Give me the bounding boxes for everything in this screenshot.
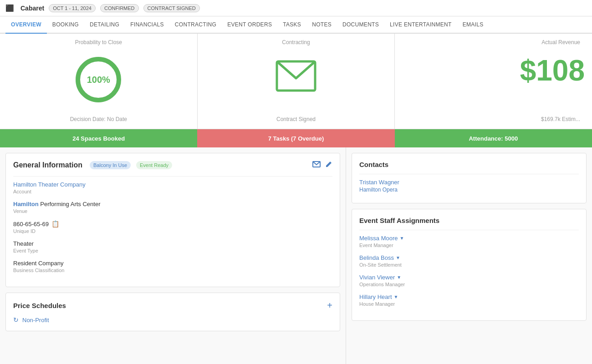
- staff-card: Event Staff Assignments Melissa Moore ▼ …: [352, 209, 587, 321]
- biz-class-row: Resident Company Business Classification: [13, 260, 332, 273]
- contact-org-0[interactable]: Hamilton Opera: [359, 187, 579, 193]
- revenue-label: Actual Revenue: [541, 39, 580, 46]
- staff-item-3: Hillary Heart ▼ House Manager: [359, 293, 579, 307]
- venue-name-rest: Performing Arts Center: [40, 201, 100, 207]
- staff-role-0: Event Manager: [359, 243, 579, 248]
- contacts-title: Contacts: [359, 161, 579, 168]
- staff-name-0[interactable]: Melissa Moore: [359, 235, 398, 242]
- main-content: General Information Balcony In Use Event…: [0, 147, 592, 364]
- revenue-value: $108: [520, 54, 585, 87]
- tab-tasks[interactable]: TASKS: [277, 16, 306, 34]
- add-price-schedule-button[interactable]: +: [327, 300, 332, 311]
- revenue-card: Actual Revenue $108 $169.7k Estim...: [395, 34, 592, 129]
- tab-live-entertainment[interactable]: LIVE ENTERTAINMENT: [384, 16, 457, 34]
- venue-row: Hamilton Performing Arts Center Venue: [13, 201, 332, 214]
- staff-dropdown-1[interactable]: ▼: [396, 255, 400, 260]
- general-info-card: General Information Balcony In Use Event…: [5, 153, 340, 287]
- unique-id-value: 860-65-65-69: [13, 221, 49, 228]
- staff-item-0: Melissa Moore ▼ Event Manager: [359, 235, 579, 248]
- tag-balcony: Balcony In Use: [90, 161, 131, 169]
- tasks-bar[interactable]: 7 Tasks (7 Overdue): [197, 129, 394, 147]
- spaces-bar[interactable]: 24 Spaces Booked: [0, 129, 197, 147]
- staff-dropdown-0[interactable]: ▼: [400, 236, 404, 241]
- tab-detailing[interactable]: DETAILING: [84, 16, 125, 34]
- staff-title: Event Staff Assignments: [359, 217, 579, 224]
- staff-dropdown-2[interactable]: ▼: [397, 275, 401, 280]
- venue-name-highlight: Hamilton: [13, 201, 39, 207]
- biz-class-label: Business Classification: [13, 268, 332, 273]
- probability-donut: 100%: [73, 55, 123, 105]
- tab-overview[interactable]: OVERVIEW: [5, 16, 47, 34]
- staff-item-2: Vivian Viewer ▼ Operations Manager: [359, 274, 579, 287]
- contracting-label: Contracting: [282, 39, 310, 46]
- event-type-value: Theater: [13, 240, 332, 247]
- staff-name-1[interactable]: Belinda Boss: [359, 254, 394, 261]
- general-info-title: General Information: [13, 161, 82, 169]
- unique-id-row: 860-65-65-69 📋 Unique ID: [13, 220, 332, 234]
- schedule-item: ↻ Non-Profit: [13, 316, 332, 324]
- nav-tabs: OVERVIEW BOOKING DETAILING FINANCIALS CO…: [0, 16, 592, 34]
- account-link[interactable]: Hamilton Theater Company: [13, 181, 86, 188]
- tag-event-ready: Event Ready: [136, 161, 172, 169]
- probability-card: Probability to Close 100% Decision Date:…: [0, 34, 198, 129]
- confirmed-badge: CONFIRMED: [100, 4, 139, 12]
- attendance-bar[interactable]: Attendance: 5000: [395, 129, 592, 147]
- calendar-icon: 📋: [51, 220, 59, 228]
- tab-financials[interactable]: FINANCIALS: [125, 16, 169, 34]
- staff-dropdown-3[interactable]: ▼: [394, 294, 398, 299]
- refresh-icon: ↻: [13, 316, 19, 324]
- email-action-button[interactable]: [312, 161, 321, 169]
- account-row: Hamilton Theater Company Account: [13, 181, 332, 194]
- tab-documents[interactable]: DOCUMENTS: [337, 16, 384, 34]
- app-logo: ⬛: [5, 4, 14, 12]
- contract-status: Contract Signed: [276, 116, 316, 122]
- contract-signed-badge: CONTRACT SIGNED: [143, 4, 200, 12]
- edit-action-button[interactable]: [325, 161, 332, 170]
- tab-booking[interactable]: BOOKING: [47, 16, 84, 34]
- probability-value: 100%: [87, 75, 110, 85]
- right-panel: Contacts Tristan Wagner Hamilton Opera E…: [346, 147, 592, 364]
- contact-item-0: Tristan Wagner Hamilton Opera: [359, 179, 579, 193]
- staff-name-2[interactable]: Vivian Viewer: [359, 274, 395, 281]
- unique-id-label: Unique ID: [13, 228, 332, 234]
- price-schedules-card: Price Schedules + ↻ Non-Profit: [5, 293, 340, 331]
- status-bars: 24 Spaces Booked 7 Tasks (7 Overdue) Att…: [0, 129, 592, 147]
- staff-role-1: On-Site Settlement: [359, 262, 579, 268]
- venue-label: Venue: [13, 208, 332, 214]
- tab-event-orders[interactable]: EVENT ORDERS: [222, 16, 277, 34]
- envelope-icon: [276, 60, 316, 92]
- tab-notes[interactable]: NOTES: [306, 16, 337, 34]
- contacts-card: Contacts Tristan Wagner Hamilton Opera: [352, 153, 587, 203]
- event-type-label: Event Type: [13, 248, 332, 253]
- event-title: Cabaret: [20, 5, 44, 12]
- event-date-badge: OCT 1 - 11, 2024: [49, 4, 96, 12]
- envelope-icon-wrapper: [276, 60, 316, 93]
- account-label: Account: [13, 189, 332, 194]
- tab-contracting[interactable]: CONTRACTING: [169, 16, 222, 34]
- general-info-header: General Information Balcony In Use Event…: [13, 161, 332, 170]
- event-type-row: Theater Event Type: [13, 240, 332, 253]
- contracting-card: Contracting Contract Signed: [198, 34, 395, 129]
- price-header: Price Schedules +: [13, 300, 332, 311]
- staff-role-2: Operations Manager: [359, 282, 579, 287]
- staff-item-1: Belinda Boss ▼ On-Site Settlement: [359, 254, 579, 268]
- metrics-row: Probability to Close 100% Decision Date:…: [0, 34, 592, 129]
- biz-class-value: Resident Company: [13, 260, 332, 267]
- price-title: Price Schedules: [13, 302, 66, 309]
- decision-date: Decision Date: No Date: [70, 116, 127, 122]
- contact-name-0[interactable]: Tristan Wagner: [359, 179, 579, 186]
- staff-role-3: House Manager: [359, 301, 579, 307]
- schedule-link[interactable]: Non-Profit: [22, 317, 49, 324]
- left-panel: General Information Balcony In Use Event…: [0, 147, 346, 364]
- probability-label: Probability to Close: [75, 39, 122, 46]
- revenue-estimate: $169.7k Estim...: [541, 116, 580, 122]
- staff-name-3[interactable]: Hillary Heart: [359, 293, 392, 300]
- tab-emails[interactable]: EMAILS: [457, 16, 489, 34]
- header-actions: [312, 161, 332, 170]
